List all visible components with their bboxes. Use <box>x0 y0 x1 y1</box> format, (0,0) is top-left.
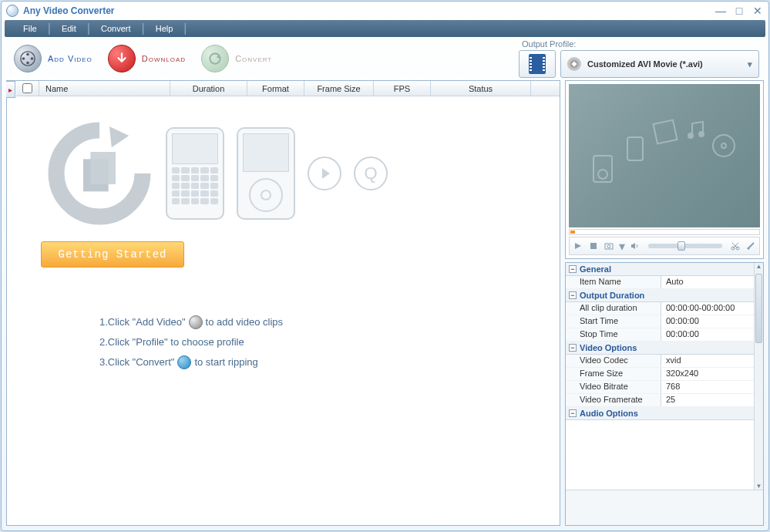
ipod-graphic-icon <box>237 127 295 220</box>
svg-point-20 <box>748 247 750 250</box>
player-controls: ▾ <box>569 237 760 255</box>
minimize-button[interactable]: — <box>715 5 727 17</box>
download-label: Download <box>142 54 186 63</box>
maximize-button[interactable]: □ <box>733 5 745 17</box>
menu-file[interactable]: File <box>12 24 48 33</box>
download-button[interactable]: Download <box>105 42 189 76</box>
close-button[interactable]: ✕ <box>752 5 764 17</box>
volume-slider[interactable] <box>648 244 722 248</box>
video-list-panel: ▸ Name Duration Format Frame Size FPS St… <box>6 80 560 526</box>
app-logo-icon <box>6 5 18 17</box>
app-window: Any Video Converter — □ ✕ File| Edit| Co… <box>1 1 769 531</box>
ipod-watermark-icon <box>592 154 615 185</box>
svg-point-2 <box>31 57 34 60</box>
svg-point-1 <box>26 53 29 56</box>
music-watermark-icon <box>684 119 708 142</box>
play-button[interactable] <box>573 241 583 251</box>
prop-all-clip-duration[interactable]: All clip duration00:00:00-00:00:00 <box>566 302 754 315</box>
settings-button[interactable] <box>745 241 756 251</box>
menu-help[interactable]: Help <box>145 24 184 33</box>
svg-point-4 <box>22 57 25 60</box>
chevron-down-icon: ▾ <box>748 59 752 69</box>
convert-label: Convert <box>235 54 272 63</box>
property-description-box <box>566 490 763 525</box>
preview-panel: ▾ <box>565 80 764 259</box>
col-format[interactable]: Format <box>247 81 304 96</box>
film-strip-icon <box>529 54 546 74</box>
svg-rect-6 <box>90 152 116 184</box>
convert-mini-icon <box>177 355 191 369</box>
select-all-checkbox[interactable] <box>22 83 32 93</box>
prop-item-name[interactable]: Item NameAuto <box>566 276 754 289</box>
output-profile-value: Customized AVI Movie (*.avi) <box>587 59 703 69</box>
properties-panel: −General Item NameAuto −Output Duration … <box>565 262 764 526</box>
getting-started-button[interactable]: Getting Started <box>41 241 184 268</box>
phone-graphic-icon <box>166 127 224 220</box>
window-title: Any Video Converter <box>23 5 715 16</box>
grid-header: Name Duration Format Frame Size FPS Stat… <box>16 81 560 96</box>
film-reel-icon <box>14 45 42 72</box>
refresh-graphic-icon <box>45 120 153 227</box>
svg-point-14 <box>721 143 726 148</box>
section-audio-options[interactable]: −Audio Options <box>566 407 754 420</box>
section-output-duration[interactable]: −Output Duration <box>566 289 754 302</box>
output-profile-select[interactable]: Customized AVI Movie (*.avi) ▾ <box>560 50 759 78</box>
convert-icon <box>201 45 229 72</box>
film-reel-mini-icon <box>189 315 203 329</box>
toolbar: Add Video Download Convert Output Profil… <box>2 37 768 80</box>
menu-edit[interactable]: Edit <box>51 24 87 33</box>
add-video-button[interactable]: Add Video <box>11 42 96 76</box>
prop-frame-size[interactable]: Frame Size320x240 <box>566 368 754 381</box>
svg-point-3 <box>26 62 29 65</box>
prop-video-codec[interactable]: Video Codecxvid <box>566 355 754 368</box>
empty-state: Q Getting Started 1.Click "Add Video" to… <box>7 96 560 525</box>
svg-point-11 <box>688 133 694 139</box>
preview-display <box>569 84 760 227</box>
quicktime-graphic-icon: Q <box>354 157 388 190</box>
menubar: File| Edit| Convert| Help| <box>5 20 765 37</box>
phone-watermark-icon <box>626 136 646 163</box>
svg-point-17 <box>607 245 610 248</box>
prop-stop-time[interactable]: Stop Time00:00:00 <box>566 328 754 342</box>
add-video-label: Add Video <box>48 54 92 63</box>
col-fps[interactable]: FPS <box>374 81 431 96</box>
svg-rect-15 <box>590 243 597 249</box>
titlebar: Any Video Converter — □ ✕ <box>2 2 768 20</box>
volume-button[interactable] <box>630 241 641 251</box>
col-duration[interactable]: Duration <box>170 81 247 96</box>
prop-start-time[interactable]: Start Time00:00:00 <box>566 315 754 328</box>
snapshot-dropdown[interactable]: ▾ <box>619 241 625 251</box>
menu-convert[interactable]: Convert <box>90 24 142 33</box>
instructions-text: 1.Click "Add Video" to add video clips 2… <box>99 312 544 372</box>
svg-rect-9 <box>627 137 643 160</box>
col-framesize[interactable]: Frame Size <box>304 81 374 96</box>
col-check[interactable] <box>16 81 39 96</box>
svg-point-12 <box>698 131 704 137</box>
props-scrollbar[interactable] <box>754 263 763 490</box>
stop-button[interactable] <box>588 241 599 251</box>
film-watermark-icon <box>651 117 681 148</box>
col-status[interactable]: Status <box>431 81 531 96</box>
svg-rect-10 <box>654 120 678 144</box>
section-general[interactable]: −General <box>566 263 754 276</box>
convert-button[interactable]: Convert <box>198 42 275 76</box>
download-icon <box>108 45 136 72</box>
profile-icon-button[interactable] <box>519 50 556 78</box>
svg-point-8 <box>598 170 607 179</box>
snapshot-button[interactable] <box>604 241 614 251</box>
col-name[interactable]: Name <box>39 81 170 96</box>
output-profile-label: Output Profile: <box>522 39 759 49</box>
svg-point-13 <box>713 135 735 157</box>
prop-video-bitrate[interactable]: Video Bitrate768 <box>566 381 754 394</box>
play-graphic-icon <box>308 157 341 190</box>
section-video-options[interactable]: −Video Options <box>566 342 754 355</box>
disc-watermark-icon <box>711 133 737 159</box>
side-expand-tab[interactable]: ▸ <box>6 81 15 98</box>
prop-video-framerate[interactable]: Video Framerate25 <box>566 394 754 407</box>
cut-button[interactable] <box>730 241 741 251</box>
disc-icon <box>567 57 581 71</box>
preview-progress-bar[interactable] <box>569 229 760 235</box>
